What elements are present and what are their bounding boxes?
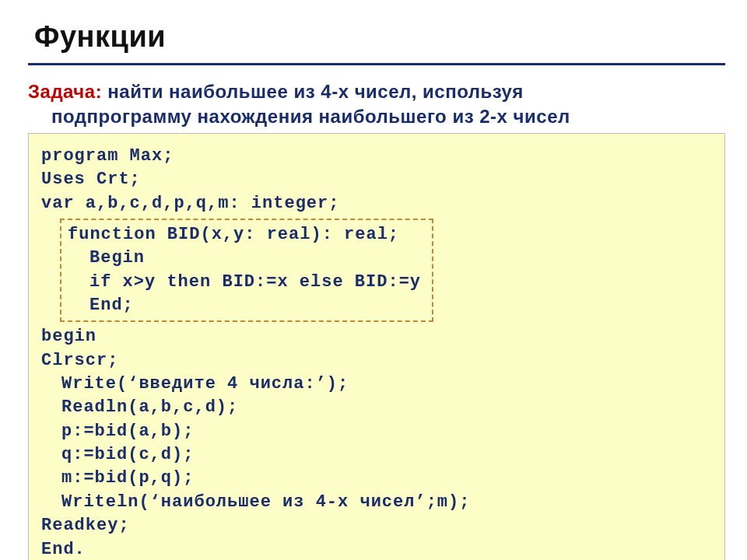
code-line: if x>y then BID:=x else BID:=y <box>89 271 423 294</box>
task-line1: найти наибольшее из 4-х чисел, используя <box>102 81 524 102</box>
code-line: End; <box>89 294 423 317</box>
slide-title: Функции <box>34 20 725 54</box>
code-block: program Max; Uses Crt; var a,b,c,d,p,q,m… <box>28 133 725 560</box>
code-line: program Max; <box>41 145 712 168</box>
slide: Функции Задача: найти наибольшее из 4-х … <box>0 0 747 560</box>
code-line: q:=bid(c,d); <box>61 443 712 467</box>
task-text: Задача: найти наибольшее из 4-х чисел, и… <box>28 79 722 130</box>
code-line: p:=bid(a,b); <box>61 420 712 443</box>
code-line: var a,b,c,d,p,q,m: integer; <box>41 192 712 215</box>
code-line: End. <box>41 538 712 560</box>
task-line2: подпрограмму нахождения наибольшего из 2… <box>51 106 570 127</box>
code-line: Readkey; <box>41 514 712 537</box>
code-line: function BID(x,y: real): real; <box>68 223 423 247</box>
code-line: Clrscr; <box>41 349 712 373</box>
function-definition-box: function BID(x,y: real): real; Begin if … <box>60 219 433 322</box>
code-line: begin <box>41 325 712 348</box>
code-line: Writeln(‘наибольшее из 4-х чисел’;m); <box>61 491 712 514</box>
task-label: Задача: <box>28 81 102 102</box>
code-line: Write(‘введите 4 числа:’); <box>61 373 712 396</box>
code-line: Readln(a,b,c,d); <box>61 396 712 419</box>
code-line: m:=bid(p,q); <box>61 467 712 490</box>
code-line: Begin <box>89 247 423 270</box>
title-rule <box>28 63 725 65</box>
code-line: Uses Crt; <box>41 168 712 191</box>
